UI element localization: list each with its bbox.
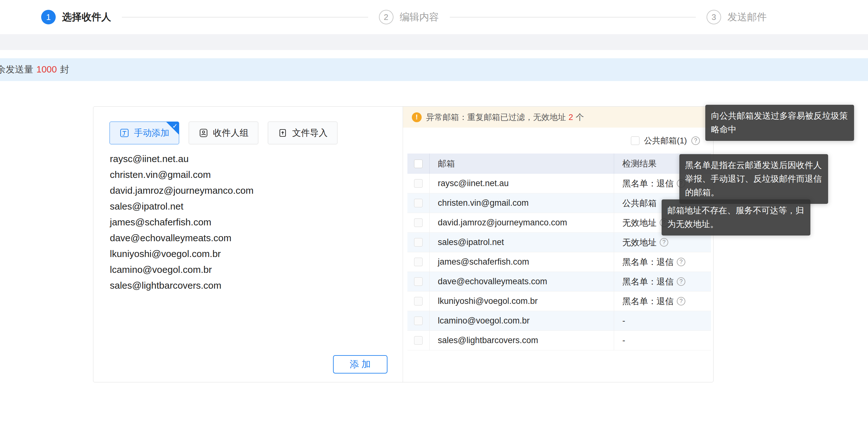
- entered-email: james@schaferfish.com: [110, 214, 382, 230]
- table-row: lcamino@voegol.com.br - ?: [407, 311, 711, 331]
- tab-manual-add[interactable]: 手动添加 ✓: [110, 122, 179, 144]
- add-mode-tabs: 手动添加 ✓ 收件人组 文件导入: [110, 122, 337, 144]
- tooltip-invalid-address: 邮箱地址不存在、服务不可达等，归为无效地址。: [661, 200, 810, 236]
- header-divider-strip: [0, 34, 868, 50]
- result-help-icon[interactable]: ?: [677, 277, 685, 286]
- entered-email: sales@lightbarcovers.com: [110, 278, 382, 294]
- step-3-badge: 3: [707, 10, 721, 24]
- row-checkbox[interactable]: [414, 238, 423, 247]
- table-row: sales@lightbarcovers.com - ?: [407, 331, 711, 351]
- tab-manual-add-label: 手动添加: [134, 127, 169, 139]
- entered-email: raysc@iinet.net.au: [110, 151, 382, 167]
- entered-email: david.jamroz@journeymanco.com: [110, 183, 382, 199]
- invalid-count: 2: [568, 112, 573, 122]
- row-result: 黑名单：退信: [622, 178, 674, 189]
- row-result: 黑名单：退信: [622, 296, 674, 307]
- check-icon: ✓: [172, 122, 178, 130]
- step-1-label: 选择收件人: [62, 10, 111, 24]
- row-email: sales@lightbarcovers.com: [430, 331, 614, 350]
- tab-file-import[interactable]: 文件导入: [268, 122, 337, 144]
- step-3-label: 发送邮件: [727, 10, 767, 24]
- quota-amount: 1000: [36, 64, 57, 74]
- table-row: lkuniyoshi@voegol.com.br 黑名单：退信 ?: [407, 292, 711, 311]
- tooltip-blacklist: 黑名单是指在云邮通发送后因收件人举报、手动退订、反垃圾邮件而退信的邮箱。: [679, 154, 828, 204]
- table-row: raysc@iinet.net.au 黑名单：退信 ?: [407, 174, 711, 193]
- result-help-icon[interactable]: ?: [677, 258, 685, 266]
- row-email: david.jamroz@journeymanco.com: [430, 213, 614, 232]
- row-email: sales@ipatrol.net: [430, 233, 614, 252]
- manual-email-input-area[interactable]: raysc@iinet.net.au christen.vin@gmail.co…: [110, 151, 382, 294]
- step-connector: [122, 17, 368, 18]
- tab-recipient-group-label: 收件人组: [213, 127, 248, 139]
- row-checkbox[interactable]: [414, 179, 423, 188]
- row-checkbox[interactable]: [414, 317, 423, 325]
- public-mailbox-help-icon[interactable]: ?: [691, 137, 700, 145]
- quota-prefix: 剩余发送量: [0, 64, 33, 74]
- public-mailbox-filter-row: 公共邮箱(1) ?: [403, 127, 713, 153]
- tab-file-import-label: 文件导入: [292, 127, 328, 139]
- row-checkbox[interactable]: [414, 258, 423, 266]
- step-edit-content: 2 编辑内容: [379, 10, 439, 24]
- wizard-stepper: 1 选择收件人 2 编辑内容 3 发送邮件: [0, 0, 868, 34]
- step-1-badge: 1: [41, 10, 56, 24]
- select-all-checkbox[interactable]: [414, 159, 423, 168]
- email-column-header: 邮箱: [430, 153, 614, 174]
- entered-email: christen.vin@gmail.com: [110, 167, 382, 183]
- row-result: 黑名单：退信: [622, 257, 674, 268]
- public-mailbox-checkbox[interactable]: [631, 137, 640, 145]
- row-result: 无效地址: [622, 237, 656, 248]
- warning-suffix: 个: [576, 112, 584, 122]
- row-email: dave@echovalleymeats.com: [430, 272, 614, 291]
- public-mailbox-label: 公共邮箱(1): [644, 135, 687, 146]
- abnormal-mailbox-banner: ! 异常邮箱：重复邮箱已过滤，无效地址2个: [403, 107, 713, 127]
- row-checkbox[interactable]: [414, 336, 423, 345]
- validation-table: 邮箱 检测结果 raysc@iinet.net.au 黑名单：退信 ?: [407, 153, 711, 351]
- recipient-group-icon: [198, 128, 209, 138]
- warning-text: 异常邮箱：重复邮箱已过滤，无效地址: [426, 112, 566, 122]
- table-row: james@schaferfish.com 黑名单：退信 ?: [407, 252, 711, 272]
- step-2-badge: 2: [379, 10, 394, 24]
- step-select-recipients: 1 选择收件人: [41, 10, 111, 24]
- row-checkbox[interactable]: [414, 297, 423, 305]
- row-result: 公共邮箱: [622, 198, 656, 209]
- validation-section: ! 异常邮箱：重复邮箱已过滤，无效地址2个 公共邮箱(1) ? 邮箱 检测结果: [403, 107, 713, 382]
- result-help-icon[interactable]: ?: [677, 297, 685, 305]
- row-email: raysc@iinet.net.au: [430, 174, 614, 193]
- row-result: -: [622, 316, 625, 326]
- add-button[interactable]: 添 加: [333, 355, 388, 373]
- row-email: christen.vin@gmail.com: [430, 193, 614, 213]
- row-checkbox[interactable]: [414, 199, 423, 207]
- tooltip-public-mailbox: 向公共邮箱发送过多容易被反垃圾策略命中: [705, 105, 854, 141]
- send-quota-bar: 剩余发送量1000封: [0, 58, 868, 81]
- table-header-row: 邮箱 检测结果: [407, 153, 711, 174]
- row-result: 无效地址: [622, 217, 656, 229]
- entered-email: lcamino@voegol.com.br: [110, 262, 382, 278]
- row-result: -: [622, 335, 625, 345]
- table-row: dave@echovalleymeats.com 黑名单：退信 ?: [407, 272, 711, 292]
- result-help-icon[interactable]: ?: [660, 238, 668, 247]
- entered-email: sales@ipatrol.net: [110, 199, 382, 214]
- manual-add-icon: [119, 128, 129, 138]
- step-connector: [450, 17, 696, 18]
- row-email: lcamino@voegol.com.br: [430, 311, 614, 330]
- tab-recipient-group[interactable]: 收件人组: [189, 122, 258, 144]
- row-result: 黑名单：退信: [622, 276, 674, 288]
- step-2-label: 编辑内容: [400, 10, 439, 24]
- table-row: sales@ipatrol.net 无效地址 ?: [407, 233, 711, 252]
- entered-email: lkuniyoshi@voegol.com.br: [110, 246, 382, 262]
- file-import-icon: [278, 128, 288, 138]
- recipient-panel: 手动添加 ✓ 收件人组 文件导入: [93, 107, 714, 382]
- recipient-input-section: 手动添加 ✓ 收件人组 文件导入: [93, 107, 403, 382]
- warning-icon: !: [412, 112, 422, 122]
- row-checkbox[interactable]: [414, 218, 423, 227]
- quota-unit: 封: [60, 64, 69, 74]
- row-checkbox[interactable]: [414, 277, 423, 286]
- row-email: james@schaferfish.com: [430, 252, 614, 272]
- row-email: lkuniyoshi@voegol.com.br: [430, 292, 614, 311]
- step-send-mail: 3 发送邮件: [707, 10, 767, 24]
- entered-email: dave@echovalleymeats.com: [110, 230, 382, 246]
